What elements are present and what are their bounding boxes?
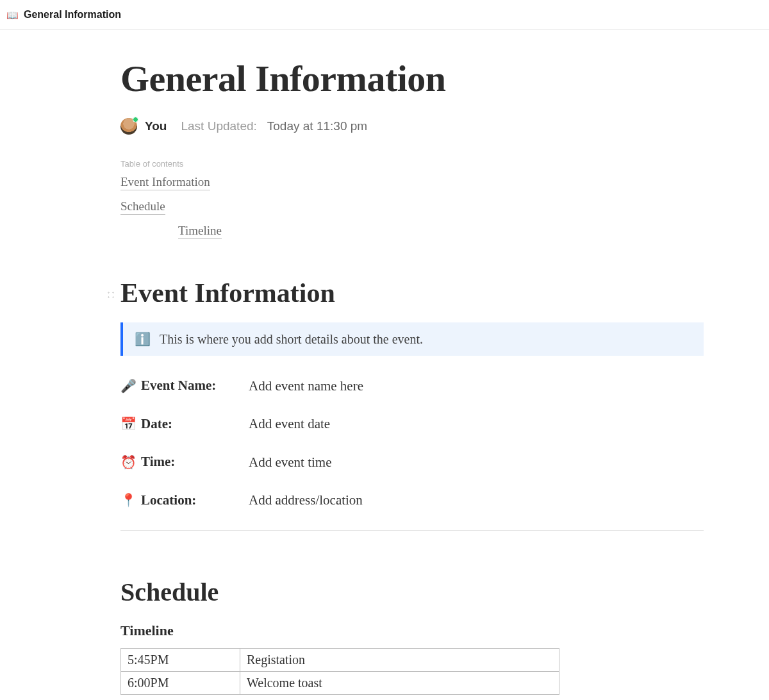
timeline-time-cell[interactable]: 5:45PM (121, 649, 240, 672)
toc-item-timeline: Timeline (120, 224, 704, 239)
label-text: Time: (141, 454, 175, 470)
event-section-head: Event Information (120, 278, 704, 308)
label-text: Event Name: (141, 378, 216, 394)
avatar[interactable] (120, 118, 137, 135)
author-name: You (145, 119, 167, 133)
field-date[interactable]: 📅 Date: Add event date (120, 416, 704, 433)
field-label: 📍 Location: (120, 492, 249, 508)
field-value[interactable]: Add event date (249, 416, 704, 432)
calendar-icon: 📅 (120, 416, 135, 431)
pin-icon: 📍 (120, 492, 135, 508)
clock-icon: ⏰ (120, 454, 135, 470)
table-of-contents: Table of contents Event Information Sche… (120, 159, 704, 239)
field-label: 📅 Date: (120, 416, 249, 432)
page-content: General Information You Last Updated: To… (120, 57, 704, 695)
table-row[interactable]: 5:45PM Registation (121, 649, 559, 672)
toc-link-schedule[interactable]: Schedule (120, 199, 165, 215)
presence-indicator-icon (133, 117, 138, 122)
microphone-icon: 🎤 (120, 378, 135, 394)
header-title: General Information (24, 9, 121, 21)
header-bar: 📖 General Information (0, 0, 769, 30)
timeline-activity-cell[interactable]: Welcome toast (240, 672, 559, 695)
toc-item-event-information: Event Information (120, 175, 704, 190)
field-value[interactable]: Add address/location (249, 492, 704, 508)
field-time[interactable]: ⏰ Time: Add event time (120, 454, 704, 471)
field-label: ⏰ Time: (120, 454, 249, 470)
callout-text: This is where you add short details abou… (160, 332, 423, 347)
field-event-name[interactable]: 🎤 Event Name: Add event name here (120, 378, 704, 394)
timeline-activity-cell[interactable]: Registation (240, 649, 559, 672)
field-location[interactable]: 📍 Location: Add address/location (120, 492, 704, 509)
updated-value: Today at 11:30 pm (267, 119, 367, 133)
drag-handle-icon[interactable] (106, 290, 115, 299)
toc-link-event-information[interactable]: Event Information (120, 175, 210, 190)
updated-label: Last Updated: (181, 119, 256, 133)
toc-link-timeline[interactable]: Timeline (178, 224, 222, 239)
page-title[interactable]: General Information (120, 57, 704, 100)
author-row: You Last Updated: Today at 11:30 pm (120, 118, 704, 135)
field-value[interactable]: Add event name here (249, 378, 704, 394)
timeline-time-cell[interactable]: 6:00PM (121, 672, 240, 695)
timeline-table: 5:45PM Registation 6:00PM Welcome toast (120, 648, 559, 695)
info-callout[interactable]: ℹ️ This is where you add short details a… (120, 322, 704, 356)
toc-item-schedule: Schedule (120, 199, 704, 215)
schedule-section-title[interactable]: Schedule (120, 577, 704, 607)
book-icon: 📖 (6, 10, 19, 20)
section-divider (120, 530, 704, 531)
info-icon: ℹ️ (135, 331, 151, 347)
label-text: Location: (141, 492, 196, 508)
timeline-heading[interactable]: Timeline (120, 622, 704, 639)
label-text: Date: (141, 416, 172, 432)
event-section-title[interactable]: Event Information (120, 278, 704, 308)
toc-label: Table of contents (120, 159, 704, 169)
table-row[interactable]: 6:00PM Welcome toast (121, 672, 559, 695)
field-value[interactable]: Add event time (249, 454, 704, 471)
field-label: 🎤 Event Name: (120, 378, 249, 394)
